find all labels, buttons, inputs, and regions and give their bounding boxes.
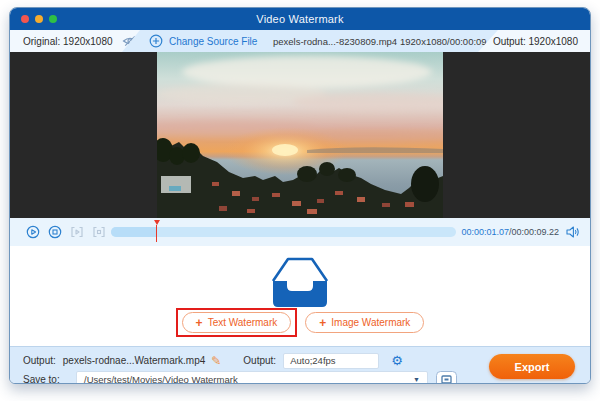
screen: Video Watermark Original: 1920x1080 [0, 0, 600, 401]
playback-controls [26, 225, 106, 239]
text-watermark-label: Text Watermark [208, 317, 278, 328]
current-time: 00:00:01.07 [461, 227, 509, 237]
highlight-annotation: + Text Watermark [176, 308, 298, 337]
format-label: Output: [243, 355, 276, 366]
change-source-file-button[interactable]: Change Source File [149, 30, 257, 52]
close-window-button[interactable] [21, 15, 29, 23]
output-label: Output: [23, 355, 56, 366]
settings-gear-icon[interactable]: ⚙ [391, 354, 403, 367]
change-source-file-label: Change Source File [169, 36, 257, 47]
plus-icon: + [196, 317, 203, 329]
plus-circle-icon [149, 34, 163, 48]
window-title: Video Watermark [256, 13, 343, 25]
preview-toggle-eye-off-icon[interactable] [122, 35, 138, 47]
original-resolution-label: Original: 1920x1080 [23, 36, 113, 47]
volume-icon[interactable] [566, 226, 580, 238]
stop-clip-button[interactable] [92, 225, 106, 239]
chevron-down-icon[interactable]: ▼ [413, 376, 420, 383]
source-file-info: 1920x1080/00:00:09 [400, 30, 487, 52]
play-clip-button[interactable] [70, 225, 84, 239]
source-file-name: pexels-rodna...-8230809.mp4 [273, 30, 397, 52]
export-button[interactable]: Export [489, 354, 575, 379]
time-display: 00:00:01.07/00:00:09.22 [461, 218, 580, 246]
zoom-window-button[interactable] [49, 15, 57, 23]
stop-button[interactable] [48, 225, 62, 239]
save-to-label: Save to: [23, 374, 76, 384]
output-file-name: pexels-rodnae...Watermark.mp4 [63, 355, 205, 366]
seek-bar[interactable] [111, 227, 456, 237]
window-controls [21, 8, 57, 30]
output-resolution-tab: Output: 1920x1080 [478, 30, 590, 52]
video-preview-area [10, 52, 590, 218]
time-text: 00:00:01.07/00:00:09.22 [461, 227, 559, 237]
titlebar: Video Watermark [10, 8, 590, 30]
sunset-frame [157, 52, 443, 218]
export-label: Export [515, 361, 550, 373]
image-watermark-label: Image Watermark [331, 317, 410, 328]
save-path-field[interactable]: /Users/test/Movies/Video Watermark ▼ [76, 371, 428, 384]
image-watermark-button[interactable]: + Image Watermark [305, 312, 424, 333]
output-row: Output: pexels-rodnae...Watermark.mp4 ✎ … [23, 352, 403, 369]
folder-icon [436, 371, 457, 384]
watermark-drop-zone[interactable]: + Text Watermark + Image Watermark [10, 246, 590, 346]
output-resolution-label: Output: 1920x1080 [493, 36, 578, 47]
save-path-value: /Users/test/Movies/Video Watermark [84, 374, 238, 384]
minimize-window-button[interactable] [35, 15, 43, 23]
playhead-marker[interactable] [153, 220, 160, 242]
format-value-field[interactable]: Auto;24fps [283, 353, 379, 369]
seek-bar-played [111, 227, 156, 237]
browse-folder-button[interactable] [436, 371, 457, 384]
toolbar: Original: 1920x1080 [10, 30, 590, 52]
edit-filename-pencil-icon[interactable]: ✎ [211, 355, 221, 367]
video-preview [157, 52, 443, 218]
total-time: 00:00:09.22 [511, 227, 559, 237]
text-watermark-button[interactable]: + Text Watermark [182, 312, 292, 333]
drop-tray [10, 251, 590, 309]
plus-icon: + [319, 317, 326, 329]
playback-bar: 00:00:01.07/00:00:09.22 [10, 218, 590, 246]
play-button[interactable] [26, 225, 40, 239]
output-settings-bar: Output: pexels-rodnae...Watermark.mp4 ✎ … [10, 346, 590, 384]
watermark-buttons: + Text Watermark + Image Watermark [10, 308, 590, 337]
inbox-tray-icon [264, 251, 336, 309]
save-to-row: Save to: /Users/test/Movies/Video Waterm… [23, 371, 457, 384]
app-window: Video Watermark Original: 1920x1080 [9, 7, 591, 384]
original-resolution-tab: Original: 1920x1080 [10, 30, 140, 52]
